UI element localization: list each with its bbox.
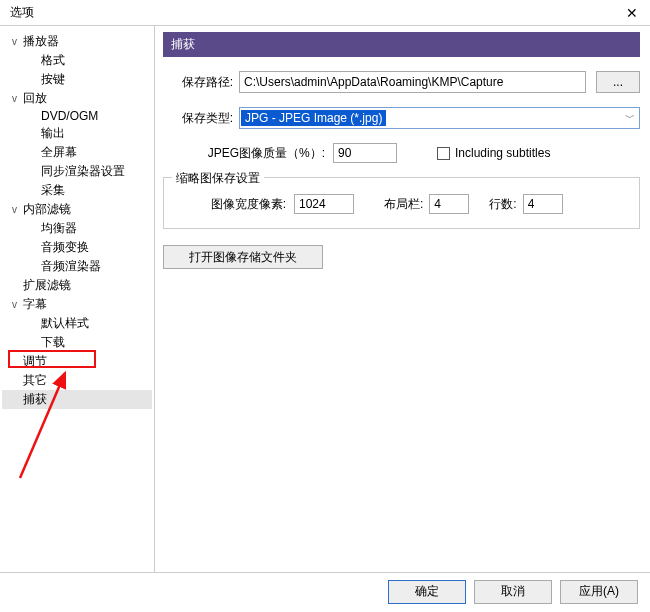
tree-spacer [26, 241, 39, 254]
tree-spacer [26, 184, 39, 197]
tree-item-3[interactable]: v回放 [2, 89, 152, 108]
window-title: 选项 [10, 4, 34, 21]
browse-button[interactable]: ... [596, 71, 640, 93]
tree-item-label: 音频渲染器 [41, 258, 101, 275]
close-icon[interactable]: ✕ [622, 5, 642, 21]
titlebar: 选项 ✕ [0, 0, 650, 26]
nav-tree: v播放器格式按键v回放DVD/OGM输出全屏幕同步渲染器设置采集v内部滤镜均衡器… [0, 26, 155, 572]
tree-spacer [26, 110, 39, 123]
tree-item-label: 播放器 [23, 33, 59, 50]
expand-icon: v [8, 92, 21, 105]
tree-item-label: 字幕 [23, 296, 47, 313]
tree-item-19[interactable]: 捕获 [2, 390, 152, 409]
expand-icon: v [8, 35, 21, 48]
tree-item-14[interactable]: v字幕 [2, 295, 152, 314]
thumbnail-row: 图像宽度像素: 布局栏: 行数: [174, 194, 629, 214]
tree-item-label: 全屏幕 [41, 144, 77, 161]
save-path-row: 保存路径: ... [163, 71, 640, 93]
tree-item-label: 采集 [41, 182, 65, 199]
tree-item-label: 捕获 [23, 391, 47, 408]
tree-item-17[interactable]: 调节 [2, 352, 152, 371]
save-type-value: JPG - JPEG Image (*.jpg) [241, 110, 386, 126]
tree-item-0[interactable]: v播放器 [2, 32, 152, 51]
tree-item-label: 下载 [41, 334, 65, 351]
tree-item-5[interactable]: 输出 [2, 124, 152, 143]
save-path-input[interactable] [239, 71, 586, 93]
tree-item-label: 格式 [41, 52, 65, 69]
save-path-label: 保存路径: [163, 74, 239, 91]
tree-spacer [26, 54, 39, 67]
checkbox-icon [437, 147, 450, 160]
tree-item-label: 同步渲染器设置 [41, 163, 125, 180]
thumb-rows-label: 行数: [489, 196, 516, 213]
tree-item-label: 均衡器 [41, 220, 77, 237]
expand-icon: v [8, 203, 21, 216]
tree-spacer [26, 222, 39, 235]
panel-title: 捕获 [163, 32, 640, 57]
tree-item-16[interactable]: 下载 [2, 333, 152, 352]
apply-button[interactable]: 应用(A) [560, 580, 638, 604]
thumbnail-settings: 缩略图保存设置 图像宽度像素: 布局栏: 行数: [163, 177, 640, 229]
tree-item-7[interactable]: 同步渲染器设置 [2, 162, 152, 181]
tree-item-15[interactable]: 默认样式 [2, 314, 152, 333]
tree-spacer [26, 165, 39, 178]
include-subtitles-checkbox[interactable]: Including subtitles [437, 146, 550, 160]
jpeg-quality-row: JPEG图像质量（%）: Including subtitles [163, 143, 640, 163]
tree-item-12[interactable]: 音频渲染器 [2, 257, 152, 276]
save-type-label: 保存类型: [163, 110, 239, 127]
tree-item-13[interactable]: 扩展滤镜 [2, 276, 152, 295]
include-subtitles-label: Including subtitles [455, 146, 550, 160]
thumb-cols-input[interactable] [429, 194, 469, 214]
main-area: v播放器格式按键v回放DVD/OGM输出全屏幕同步渲染器设置采集v内部滤镜均衡器… [0, 26, 650, 572]
chevron-down-icon: ﹀ [625, 111, 635, 125]
tree-item-label: DVD/OGM [41, 109, 98, 123]
tree-item-11[interactable]: 音频变换 [2, 238, 152, 257]
tree-item-label: 输出 [41, 125, 65, 142]
tree-item-label: 其它 [23, 372, 47, 389]
tree-item-9[interactable]: v内部滤镜 [2, 200, 152, 219]
save-type-row: 保存类型: JPG - JPEG Image (*.jpg) ﹀ [163, 107, 640, 129]
tree-item-1[interactable]: 格式 [2, 51, 152, 70]
tree-item-label: 按键 [41, 71, 65, 88]
tree-spacer [26, 336, 39, 349]
tree-item-6[interactable]: 全屏幕 [2, 143, 152, 162]
tree-item-label: 回放 [23, 90, 47, 107]
jpeg-quality-label: JPEG图像质量（%）: [163, 145, 333, 162]
tree-item-2[interactable]: 按键 [2, 70, 152, 89]
tree-item-label: 默认样式 [41, 315, 89, 332]
cancel-button[interactable]: 取消 [474, 580, 552, 604]
tree-item-10[interactable]: 均衡器 [2, 219, 152, 238]
tree-spacer [26, 146, 39, 159]
thumb-width-label: 图像宽度像素: [174, 196, 294, 213]
tree-spacer [8, 393, 21, 406]
tree-spacer [26, 73, 39, 86]
jpeg-quality-input[interactable] [333, 143, 397, 163]
tree-spacer [26, 260, 39, 273]
thumb-width-input[interactable] [294, 194, 354, 214]
thumbnail-legend: 缩略图保存设置 [172, 170, 264, 187]
save-type-select[interactable]: JPG - JPEG Image (*.jpg) ﹀ [239, 107, 640, 129]
ok-button[interactable]: 确定 [388, 580, 466, 604]
tree-item-4[interactable]: DVD/OGM [2, 108, 152, 124]
tree-spacer [8, 374, 21, 387]
expand-icon: v [8, 298, 21, 311]
tree-item-label: 内部滤镜 [23, 201, 71, 218]
tree-spacer [8, 355, 21, 368]
tree-item-8[interactable]: 采集 [2, 181, 152, 200]
settings-panel: 捕获 保存路径: ... 保存类型: JPG - JPEG Image (*.j… [155, 26, 650, 572]
tree-item-18[interactable]: 其它 [2, 371, 152, 390]
tree-item-label: 调节 [23, 353, 47, 370]
tree-spacer [26, 317, 39, 330]
open-folder-button[interactable]: 打开图像存储文件夹 [163, 245, 323, 269]
tree-spacer [26, 127, 39, 140]
thumb-cols-label: 布局栏: [384, 196, 423, 213]
dialog-footer: 确定 取消 应用(A) [0, 572, 650, 610]
thumb-rows-input[interactable] [523, 194, 563, 214]
tree-item-label: 音频变换 [41, 239, 89, 256]
tree-spacer [8, 279, 21, 292]
tree-item-label: 扩展滤镜 [23, 277, 71, 294]
